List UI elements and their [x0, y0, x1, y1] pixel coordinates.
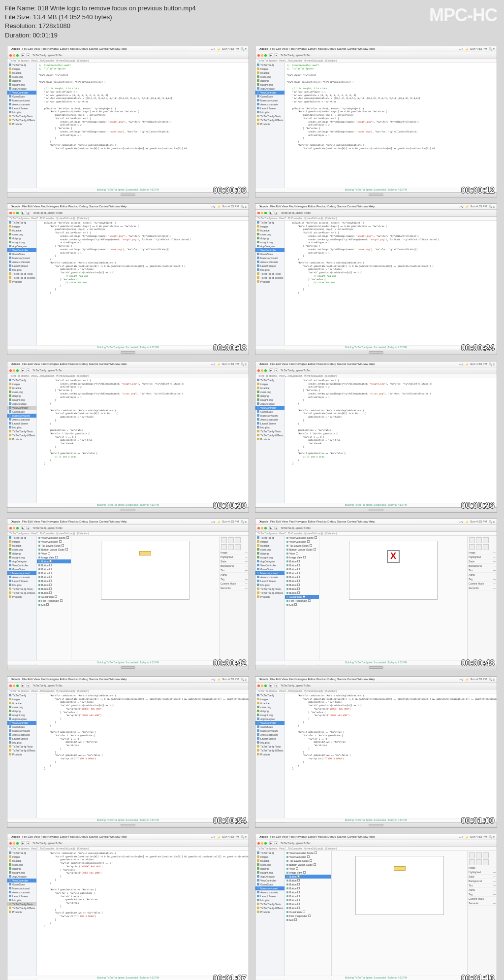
- nav-item[interactable]: TicTacToe-Ig-UITests: [255, 749, 284, 752]
- minimize-icon[interactable]: [13, 369, 15, 372]
- selected-button[interactable]: [139, 551, 151, 555]
- run-button[interactable]: ▶: [21, 841, 25, 845]
- outline-item[interactable]: Button: [37, 571, 71, 575]
- nav-item[interactable]: images: [255, 855, 284, 859]
- nav-item[interactable]: ViewController: [7, 879, 36, 882]
- minimize-icon[interactable]: [261, 212, 263, 214]
- checkbox[interactable]: [296, 552, 298, 555]
- checkbox[interactable]: [297, 899, 300, 901]
- nav-item[interactable]: GameState: [255, 567, 284, 571]
- nav-item[interactable]: TicTacToe-Ig-UITests: [7, 276, 36, 280]
- nav-item[interactable]: Products: [255, 280, 284, 284]
- inspector-row[interactable]: Tag—: [220, 577, 248, 582]
- checkbox[interactable]: [66, 536, 69, 539]
- nav-item[interactable]: GameState: [7, 252, 36, 256]
- scheme[interactable]: TicTacToe-Ig...genre TicTac: [32, 842, 63, 845]
- project-navigator[interactable]: TicTacToe-Igimagestictactoecross.pngdot.…: [7, 378, 37, 512]
- jump-bar[interactable]: TicTacToe-Iguana › ViewC...TicController…: [255, 374, 497, 378]
- outline-item[interactable]: Button: [285, 886, 331, 890]
- nav-item[interactable]: Products: [255, 910, 284, 914]
- nav-item[interactable]: TicTacToe-Ig: [255, 378, 284, 382]
- nav-item[interactable]: AppDelegate: [255, 244, 284, 248]
- interface-builder-canvas[interactable]: [332, 851, 467, 980]
- nav-item[interactable]: AppDelegate: [255, 87, 284, 91]
- checkbox[interactable]: [297, 560, 300, 562]
- interface-builder-canvas[interactable]: X: [319, 536, 467, 670]
- checkbox[interactable]: [307, 540, 310, 543]
- outline-item[interactable]: Image View: [285, 555, 319, 559]
- checkbox[interactable]: [297, 568, 300, 570]
- nav-item[interactable]: nought.png: [255, 713, 284, 717]
- outline-item[interactable]: Button: [37, 583, 71, 587]
- checkbox[interactable]: [303, 871, 306, 874]
- nav-item[interactable]: TicTacToe-Ig-Tests: [7, 429, 36, 433]
- inspector-tab-icon[interactable]: [483, 537, 489, 543]
- close-icon[interactable]: [9, 842, 12, 845]
- checkbox[interactable]: [65, 548, 68, 551]
- nav-item[interactable]: TicTacToe-Ig: [7, 63, 36, 67]
- stop-button[interactable]: ■: [26, 53, 30, 57]
- close-icon[interactable]: [9, 369, 12, 372]
- outline-item[interactable]: Button: [285, 587, 319, 591]
- minimize-icon[interactable]: [261, 369, 263, 372]
- zoom-icon[interactable]: [264, 685, 267, 687]
- nav-item[interactable]: GameState: [255, 95, 284, 98]
- outline-item[interactable]: Constraints: [285, 595, 319, 599]
- nav-item[interactable]: tictactoe: [255, 386, 284, 390]
- run-button[interactable]: ▶: [269, 526, 273, 530]
- nav-item[interactable]: ViewController: [255, 91, 284, 95]
- nav-item[interactable]: TicTacToe-Ig: [255, 851, 284, 855]
- nav-item[interactable]: Products: [7, 595, 36, 599]
- nav-item[interactable]: cross.png: [7, 232, 36, 236]
- outline-item[interactable]: First Responder: [285, 914, 331, 918]
- source-editor[interactable]: // ViewController.swift // TicTacToe-Ign…: [37, 63, 249, 197]
- nav-item[interactable]: GameState: [255, 725, 284, 729]
- device-view[interactable]: [355, 856, 444, 915]
- zoom-icon[interactable]: [264, 527, 267, 529]
- inspector-tab-icon[interactable]: [228, 544, 234, 550]
- checkbox[interactable]: [315, 536, 317, 539]
- nav-item[interactable]: Info.plist: [7, 583, 36, 587]
- outline-item[interactable]: View Controller: [285, 540, 319, 544]
- zoom-icon[interactable]: [16, 685, 19, 687]
- nav-item[interactable]: TicTacToe-Ig: [7, 221, 36, 225]
- source-editor[interactable]: "kw">for combination "kw">in winningComb…: [285, 693, 497, 827]
- stop-button[interactable]: ■: [274, 684, 278, 687]
- inspector-row[interactable]: Content Mode—: [220, 582, 248, 586]
- nav-item[interactable]: TicTacToe-Ig-Tests: [255, 272, 284, 276]
- checkbox[interactable]: [294, 603, 297, 606]
- nav-item[interactable]: Info.plist: [7, 425, 36, 429]
- scheme[interactable]: TicTacToe-Ig...genre TicTac: [281, 369, 311, 372]
- nav-item[interactable]: GameState: [255, 882, 284, 886]
- minimize-icon[interactable]: [13, 685, 15, 687]
- nav-item[interactable]: Assets.xcassets: [7, 260, 36, 264]
- inspector-row[interactable]: Background—: [469, 879, 496, 883]
- run-button[interactable]: ▶: [269, 211, 273, 215]
- nav-item[interactable]: dot.png: [7, 236, 36, 240]
- nav-item[interactable]: images: [255, 697, 284, 701]
- nav-item[interactable]: tictactoe: [255, 544, 284, 548]
- nav-item[interactable]: TicTacToe-Ig-Tests: [255, 587, 284, 591]
- source-editor[interactable]: // ViewController.swift // TicTacToe-Ign…: [285, 63, 497, 197]
- checkbox[interactable]: [297, 887, 300, 889]
- checkbox[interactable]: [49, 576, 52, 578]
- checkbox[interactable]: [310, 859, 312, 862]
- checkbox[interactable]: [310, 544, 312, 547]
- jump-bar[interactable]: TicTacToe-Iguana › ViewC...TicController…: [255, 217, 497, 221]
- checkbox[interactable]: [49, 584, 52, 586]
- scheme[interactable]: TicTacToe-Ig...genre TicTac: [32, 684, 63, 687]
- nav-item[interactable]: dot.png: [7, 867, 36, 871]
- zoom-icon[interactable]: [16, 527, 19, 529]
- nav-item[interactable]: nought.png: [7, 871, 36, 875]
- inspector-tab-icon[interactable]: [483, 544, 489, 550]
- inspector-tab-icon[interactable]: [469, 859, 475, 865]
- minimize-icon[interactable]: [13, 842, 15, 845]
- nav-item[interactable]: AppDelegate: [7, 244, 36, 248]
- nav-item[interactable]: Info.plist: [255, 741, 284, 745]
- nav-item[interactable]: GameState: [7, 725, 36, 729]
- outline-item[interactable]: Button: [285, 890, 331, 894]
- nav-item[interactable]: Main.storyboard: [7, 886, 36, 890]
- checkbox[interactable]: [297, 883, 300, 885]
- scheme[interactable]: TicTacToe-Ig...genre TicTac: [281, 526, 311, 529]
- zoom-icon[interactable]: [16, 842, 19, 845]
